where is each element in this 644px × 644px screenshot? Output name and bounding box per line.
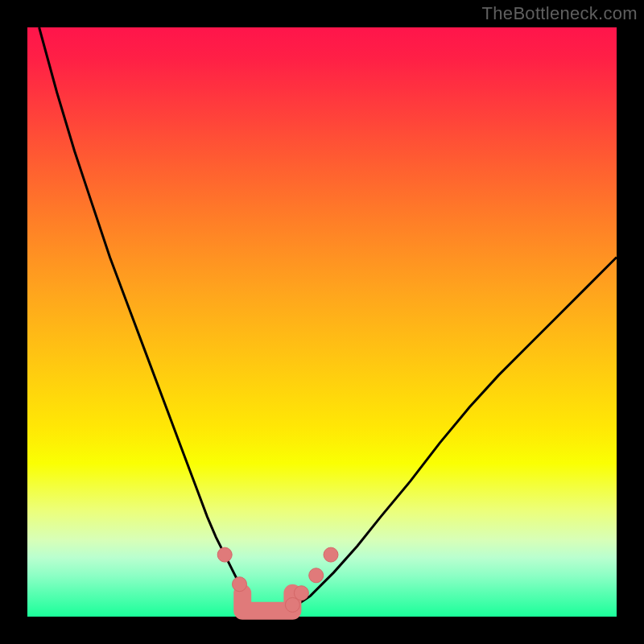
chart-svg xyxy=(27,27,617,617)
highlight-segment xyxy=(242,593,292,611)
chart-marker xyxy=(294,586,308,601)
chart-marker xyxy=(309,568,324,583)
bottleneck-curve xyxy=(39,27,617,613)
watermark-text: TheBottleneck.com xyxy=(482,3,638,24)
chart-marker xyxy=(233,577,247,592)
chart-marker xyxy=(285,597,299,612)
chart-frame: TheBottleneck.com xyxy=(0,0,644,644)
chart-marker xyxy=(324,547,338,562)
chart-marker xyxy=(217,547,232,562)
